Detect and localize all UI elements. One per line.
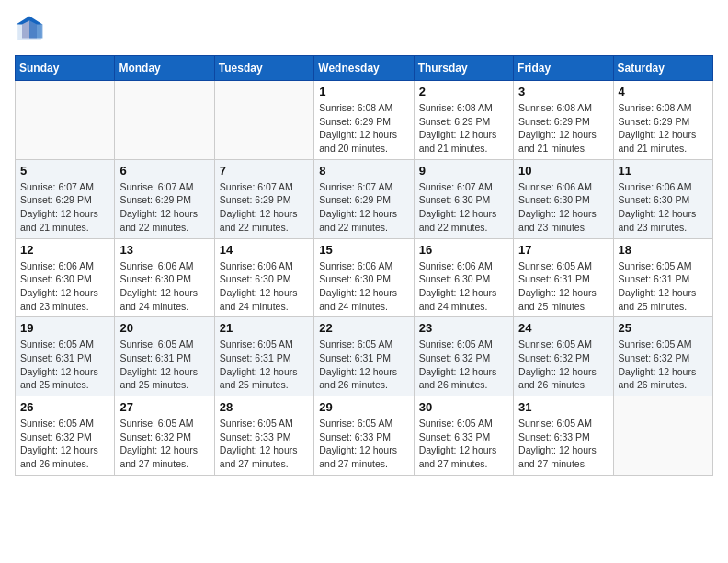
calendar-cell: 6Sunrise: 6:07 AMSunset: 6:29 PMDaylight…: [115, 159, 214, 238]
col-header-wednesday: Wednesday: [314, 56, 414, 81]
week-row-4: 19Sunrise: 6:05 AMSunset: 6:31 PMDayligh…: [16, 317, 713, 396]
day-info: Sunrise: 6:05 AMSunset: 6:31 PMDaylight:…: [619, 259, 708, 314]
calendar-cell: 14Sunrise: 6:06 AMSunset: 6:30 PMDayligh…: [214, 238, 313, 317]
week-row-2: 5Sunrise: 6:07 AMSunset: 6:29 PMDaylight…: [16, 159, 713, 238]
day-info: Sunrise: 6:05 AMSunset: 6:31 PMDaylight:…: [319, 338, 408, 392]
calendar-cell: 22Sunrise: 6:05 AMSunset: 6:31 PMDayligh…: [314, 317, 414, 396]
day-info: Sunrise: 6:05 AMSunset: 6:31 PMDaylight:…: [119, 338, 209, 392]
page-header: [15, 15, 713, 44]
day-info: Sunrise: 6:06 AMSunset: 6:30 PMDaylight:…: [518, 180, 608, 235]
calendar-cell: 4Sunrise: 6:08 AMSunset: 6:29 PMDaylight…: [613, 81, 712, 160]
calendar-cell: 5Sunrise: 6:07 AMSunset: 6:29 PMDaylight…: [16, 159, 115, 238]
day-info: Sunrise: 6:05 AMSunset: 6:33 PMDaylight:…: [319, 417, 408, 471]
calendar-cell: 29Sunrise: 6:05 AMSunset: 6:33 PMDayligh…: [314, 396, 414, 476]
day-info: Sunrise: 6:08 AMSunset: 6:29 PMDaylight:…: [319, 101, 408, 155]
day-number: 30: [419, 400, 508, 414]
day-info: Sunrise: 6:05 AMSunset: 6:33 PMDaylight:…: [518, 417, 608, 471]
calendar-cell: 21Sunrise: 6:05 AMSunset: 6:31 PMDayligh…: [214, 317, 313, 396]
calendar-cell: 15Sunrise: 6:06 AMSunset: 6:30 PMDayligh…: [314, 238, 414, 317]
week-row-1: 1Sunrise: 6:08 AMSunset: 6:29 PMDaylight…: [16, 81, 713, 160]
calendar-cell: [613, 396, 712, 476]
day-number: 9: [419, 164, 508, 178]
day-number: 11: [619, 164, 708, 178]
calendar-cell: 30Sunrise: 6:05 AMSunset: 6:33 PMDayligh…: [414, 396, 513, 476]
day-info: Sunrise: 6:06 AMSunset: 6:30 PMDaylight:…: [220, 259, 309, 314]
day-info: Sunrise: 6:06 AMSunset: 6:30 PMDaylight:…: [319, 259, 408, 314]
day-number: 12: [20, 243, 109, 257]
day-number: 27: [119, 400, 209, 414]
day-number: 23: [419, 321, 508, 335]
day-number: 15: [319, 243, 408, 257]
day-number: 28: [220, 400, 309, 414]
calendar-cell: 20Sunrise: 6:05 AMSunset: 6:31 PMDayligh…: [115, 317, 214, 396]
day-number: 31: [518, 400, 608, 414]
col-header-friday: Friday: [514, 56, 613, 81]
calendar-cell: [16, 81, 115, 160]
calendar-cell: 25Sunrise: 6:05 AMSunset: 6:32 PMDayligh…: [613, 317, 712, 396]
day-info: Sunrise: 6:05 AMSunset: 6:32 PMDaylight:…: [619, 338, 708, 392]
calendar-cell: 13Sunrise: 6:06 AMSunset: 6:30 PMDayligh…: [115, 238, 214, 317]
week-row-3: 12Sunrise: 6:06 AMSunset: 6:30 PMDayligh…: [16, 238, 713, 317]
calendar-cell: 19Sunrise: 6:05 AMSunset: 6:31 PMDayligh…: [16, 317, 115, 396]
calendar-cell: 9Sunrise: 6:07 AMSunset: 6:30 PMDaylight…: [414, 159, 513, 238]
day-info: Sunrise: 6:05 AMSunset: 6:32 PMDaylight:…: [119, 417, 209, 471]
calendar-cell: 8Sunrise: 6:07 AMSunset: 6:29 PMDaylight…: [314, 159, 414, 238]
day-number: 6: [119, 164, 209, 178]
calendar-cell: 24Sunrise: 6:05 AMSunset: 6:32 PMDayligh…: [514, 317, 613, 396]
calendar-cell: 18Sunrise: 6:05 AMSunset: 6:31 PMDayligh…: [613, 238, 712, 317]
day-info: Sunrise: 6:05 AMSunset: 6:31 PMDaylight:…: [518, 259, 608, 314]
col-header-saturday: Saturday: [613, 56, 712, 81]
day-number: 5: [20, 164, 109, 178]
day-number: 7: [220, 164, 309, 178]
day-info: Sunrise: 6:06 AMSunset: 6:30 PMDaylight:…: [119, 259, 209, 314]
day-info: Sunrise: 6:06 AMSunset: 6:30 PMDaylight:…: [20, 259, 109, 314]
calendar-cell: 28Sunrise: 6:05 AMSunset: 6:33 PMDayligh…: [214, 396, 313, 476]
day-number: 17: [518, 243, 608, 257]
calendar-cell: [115, 81, 214, 160]
col-header-monday: Monday: [115, 56, 214, 81]
day-info: Sunrise: 6:07 AMSunset: 6:30 PMDaylight:…: [419, 180, 508, 235]
day-info: Sunrise: 6:07 AMSunset: 6:29 PMDaylight:…: [119, 180, 209, 235]
day-info: Sunrise: 6:06 AMSunset: 6:30 PMDaylight:…: [619, 180, 708, 235]
calendar: SundayMondayTuesdayWednesdayThursdayFrid…: [15, 55, 713, 476]
day-number: 24: [518, 321, 608, 335]
day-number: 3: [518, 85, 608, 98]
calendar-cell: 26Sunrise: 6:05 AMSunset: 6:32 PMDayligh…: [16, 396, 115, 476]
calendar-cell: 16Sunrise: 6:06 AMSunset: 6:30 PMDayligh…: [414, 238, 513, 317]
calendar-cell: 31Sunrise: 6:05 AMSunset: 6:33 PMDayligh…: [514, 396, 613, 476]
col-header-tuesday: Tuesday: [214, 56, 313, 81]
day-info: Sunrise: 6:07 AMSunset: 6:29 PMDaylight:…: [220, 180, 309, 235]
day-info: Sunrise: 6:07 AMSunset: 6:29 PMDaylight:…: [319, 180, 408, 235]
calendar-cell: 27Sunrise: 6:05 AMSunset: 6:32 PMDayligh…: [115, 396, 214, 476]
day-number: 13: [119, 243, 209, 257]
day-number: 2: [419, 85, 508, 98]
calendar-cell: 23Sunrise: 6:05 AMSunset: 6:32 PMDayligh…: [414, 317, 513, 396]
day-number: 21: [220, 321, 309, 335]
calendar-header-row: SundayMondayTuesdayWednesdayThursdayFrid…: [16, 56, 713, 81]
day-number: 14: [220, 243, 309, 257]
day-info: Sunrise: 6:08 AMSunset: 6:29 PMDaylight:…: [419, 101, 508, 155]
calendar-cell: 10Sunrise: 6:06 AMSunset: 6:30 PMDayligh…: [514, 159, 613, 238]
day-number: 16: [419, 243, 508, 257]
day-info: Sunrise: 6:05 AMSunset: 6:32 PMDaylight:…: [419, 338, 508, 392]
day-info: Sunrise: 6:05 AMSunset: 6:31 PMDaylight:…: [20, 338, 109, 392]
calendar-cell: 11Sunrise: 6:06 AMSunset: 6:30 PMDayligh…: [613, 159, 712, 238]
day-info: Sunrise: 6:08 AMSunset: 6:29 PMDaylight:…: [518, 101, 608, 155]
col-header-sunday: Sunday: [16, 56, 115, 81]
day-number: 20: [119, 321, 209, 335]
day-number: 19: [20, 321, 109, 335]
logo: [15, 15, 50, 44]
day-number: 8: [319, 164, 408, 178]
day-number: 22: [319, 321, 408, 335]
day-info: Sunrise: 6:06 AMSunset: 6:30 PMDaylight:…: [419, 259, 508, 314]
day-number: 25: [619, 321, 708, 335]
day-info: Sunrise: 6:05 AMSunset: 6:33 PMDaylight:…: [220, 417, 309, 471]
week-row-5: 26Sunrise: 6:05 AMSunset: 6:32 PMDayligh…: [16, 396, 713, 476]
day-number: 10: [518, 164, 608, 178]
day-info: Sunrise: 6:08 AMSunset: 6:29 PMDaylight:…: [619, 101, 708, 155]
calendar-cell: 7Sunrise: 6:07 AMSunset: 6:29 PMDaylight…: [214, 159, 313, 238]
calendar-cell: [214, 81, 313, 160]
calendar-cell: 3Sunrise: 6:08 AMSunset: 6:29 PMDaylight…: [514, 81, 613, 160]
day-number: 26: [20, 400, 109, 414]
day-info: Sunrise: 6:05 AMSunset: 6:31 PMDaylight:…: [220, 338, 309, 392]
